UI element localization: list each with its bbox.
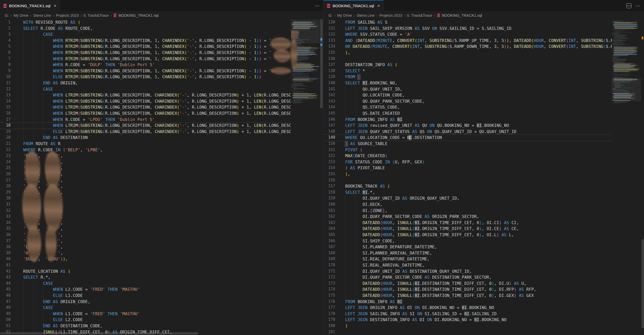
code-line[interactable]: 13 WHEN LTRIM(SUBSTRING(R.LONG_DESCRIPTI… [0, 92, 291, 98]
code-line[interactable]: 39'H ', ' ', [0, 250, 291, 256]
code-line[interactable]: 12 CASE [0, 86, 291, 92]
code-line[interactable]: 163 DATEADD(HOUR, ISNULL(BI.ORIGIN_TIME_… [324, 220, 612, 226]
code-line[interactable]: 160 OI.DECK, [324, 201, 612, 208]
code-line[interactable]: 6 WHEN RTRIM(SUBSTRING(R.LONG_DESCRIPTIO… [0, 50, 291, 56]
code-line[interactable]: 134OR DATEADD(MINUTE, CONVERT(INT, SUBST… [324, 43, 612, 50]
code-line[interactable]: 26'C ', ' ', [0, 171, 291, 177]
code-line[interactable]: 43SELECT R.*, [0, 274, 291, 280]
code-line[interactable]: 51 END AS DESTINATION_CODE, [0, 323, 291, 329]
close-icon[interactable]: × [54, 4, 56, 8]
code-editor[interactable]: 130FROM SAILING AS S131LEFT JOIN SAIL_SH… [324, 19, 612, 335]
minimap-slider[interactable] [612, 78, 641, 101]
code-editor[interactable]: 1WITH REVISED_ROUTE AS (2SELECT R.CODE A… [0, 19, 291, 335]
code-line[interactable]: 37' Y', ' ', [0, 238, 291, 244]
code-line[interactable]: 175 DATEADD(HOUR, ISNULL(BI.DESTINATION_… [324, 293, 612, 299]
code-line[interactable]: 165 DATEADD(HOUR, ISNULL(BI.ORIGIN_TIME_… [324, 232, 612, 238]
vertical-scrollbar[interactable] [320, 0, 323, 335]
code-line[interactable]: 1WITH REVISED_ROUTE AS ( [0, 19, 291, 25]
code-line[interactable]: 27' ', ' ', [0, 177, 291, 183]
code-line[interactable]: 174 DATEADD(HOUR, ISNULL(BI.DESTINATION_… [324, 286, 612, 293]
code-line[interactable]: 21FROM ROUTE AS R [0, 141, 291, 147]
code-line[interactable]: 23'BEHX', 'HXBE', [0, 153, 291, 159]
code-line[interactable]: 176FROM BOOKING_INFO AS BI [324, 299, 612, 305]
code-line[interactable]: 3 CASE [0, 31, 291, 38]
code-line[interactable]: 140SELECT BI.BOOKING_NO, [324, 80, 612, 86]
breadcrumb-item[interactable]: My Drive [337, 13, 352, 17]
code-line[interactable]: 142 QU.LOCATION_CODE, [324, 92, 612, 98]
breadcrumb-item[interactable]: Stena Line [33, 13, 51, 17]
code-line[interactable]: 9 WHEN RTRIM(SUBSTRING(R.LONG_DESCRIPTIO… [0, 68, 291, 74]
code-line[interactable]: 35' G', ' ', [0, 226, 291, 232]
code-line[interactable]: 2SELECT R.CODE AS ROUTE_CODE, [0, 25, 291, 32]
code-line[interactable]: 135), [324, 50, 612, 56]
code-line[interactable]: 170 SI.REAL_ARRIVAL_DATETIME, [324, 262, 612, 268]
code-line[interactable]: 34' O', ' ', [0, 220, 291, 226]
code-line[interactable]: 14 WHEN LTRIM(SUBSTRING(R.LONG_DESCRIPTI… [0, 98, 291, 104]
minimap-slider[interactable] [291, 20, 320, 43]
code-line[interactable]: 36' A', ' ', [0, 232, 291, 238]
code-line[interactable]: 48 CASE [0, 305, 291, 311]
code-line[interactable]: 32' ', 'R ', [0, 208, 291, 214]
code-line[interactable]: 144 QS.STATUS_CODE, [324, 104, 612, 110]
code-line[interactable]: 42ROUTE_LOCATION AS ( [0, 268, 291, 275]
code-line[interactable]: 47 END AS ORIGIN_CODE, [0, 299, 291, 305]
code-line[interactable]: 31' ', ' ', [0, 201, 291, 208]
code-line[interactable]: 143 QU.QUAY_PARK_SECTOR_CODE, [324, 98, 612, 104]
code-line[interactable]: 7 WHEN RTRIM(SUBSTRING(R.LONG_DESCRIPTIO… [0, 56, 291, 62]
scrollbar-thumb[interactable] [320, 19, 323, 108]
code-line[interactable]: 145 QS.DATE_CREATED [324, 110, 612, 117]
code-line[interactable]: 10 ELSE RTRIM(SUBSTRING(R.LONG_DESCRIPTI… [0, 74, 291, 80]
breadcrumb-item[interactable]: G: [328, 13, 332, 17]
breadcrumb-item[interactable]: Projects 2023 [56, 13, 79, 17]
minimap[interactable] [291, 0, 320, 335]
code-line[interactable]: 28' ', ' ', [0, 183, 291, 189]
code-line[interactable]: 30' ', ' ', [0, 195, 291, 201]
code-line[interactable]: 149WHERE QU.LOCATION_CODE = BI.DESTINATI… [324, 135, 612, 141]
code-line[interactable]: 18 WHEN LTRIM(SUBSTRING(R.LONG_DESCRIPTI… [0, 122, 291, 129]
code-line[interactable]: 29' ', ' ', [0, 189, 291, 196]
code-line[interactable]: 20 END AS DESTINATION [0, 135, 291, 141]
code-line[interactable]: 158SELECT BI.*, [324, 189, 612, 196]
code-line[interactable]: 154) AS PIVOT_TABLE [324, 165, 612, 171]
code-line[interactable]: 162 OI.QUAY_PARK_SECTOR_CODE AS ORIGIN_P… [324, 214, 612, 220]
code-line[interactable]: 179LEFT JOIN DESTINATION_INFO AS DI ON D… [324, 317, 612, 323]
code-line[interactable]: 5 WHEN RTRIM(SUBSTRING(R.LONG_DESCRIPTIO… [0, 43, 291, 50]
code-line[interactable]: 25'HXOU', 'OUHO', [0, 165, 291, 171]
code-line[interactable]: 156 [324, 177, 612, 183]
code-line[interactable]: 50 ELSE L2.CODE [0, 317, 291, 323]
code-line[interactable]: 8 WHEN R.CODE = 'DULP' THEN 'Dublin Port… [0, 62, 291, 68]
code-line[interactable]: 38'L R', ' ', [0, 244, 291, 250]
code-line[interactable]: 159 OI.QUAY_UNIT_ID AS ORIGIN_QUAY_UNIT_… [324, 195, 612, 201]
code-line[interactable]: 49 WHEN L1.CODE = 'FRED' THEN 'MASTHU' [0, 311, 291, 317]
code-line[interactable]: 153FOR STATUS_CODE IN (U, RFP, GEX) [324, 159, 612, 165]
code-line[interactable]: 155), [324, 171, 612, 177]
breadcrumb-item[interactable]: Projects 2023 [379, 13, 402, 17]
code-line[interactable]: 33' A', ' ', [0, 214, 291, 220]
breadcrumb-file[interactable]: BOOKING_TRACK1.sql [118, 13, 159, 17]
code-line[interactable]: 22WHERE R.CODE IN ('BELP', 'LPBE', [0, 147, 291, 153]
code-line[interactable]: 173 DATEADD(HOUR, ISNULL(BI.DESTINATION_… [324, 280, 612, 287]
code-line[interactable]: 168 SI.PLANNED_ARRIVAL_DATETIME, [324, 250, 612, 256]
code-line[interactable]: 46 ELSE L1.CODE [0, 293, 291, 299]
breadcrumb-item[interactable]: Stena Line [357, 13, 375, 17]
code-line[interactable]: 19 ELSE LTRIM(SUBSTRING(R.LONG_DESCRIPTI… [0, 129, 291, 135]
code-line[interactable]: 44 CASE [0, 280, 291, 287]
code-line[interactable]: 16 WHEN LTRIM(SUBSTRING(R.LONG_DESCRIPTI… [0, 110, 291, 117]
code-line[interactable]: 148LEFT JOIN QUAY_UNIT_STATUS AS QS ON Q… [324, 129, 612, 135]
code-line[interactable]: 4 WHEN RTRIM(SUBSTRING(R.LONG_DESCRIPTIO… [0, 38, 291, 44]
code-line[interactable]: 181 [324, 329, 612, 335]
breadcrumb-item[interactable]: G: [5, 13, 9, 17]
code-line[interactable]: 169 SI.REAL_DEPARTURE_DATETIME, [324, 256, 612, 262]
code-line[interactable]: 138SELECT * [324, 68, 612, 74]
code-line[interactable]: 150) AS SOURCE_TABLE [324, 141, 612, 147]
tab-booking-track1-right[interactable]: BOOKING_TRACK1.sql × [324, 0, 384, 12]
minimap[interactable] [612, 0, 641, 335]
code-line[interactable]: 161 OI.[ZONE], [324, 208, 612, 214]
horizontal-scrollbar[interactable] [0, 332, 198, 334]
breadcrumb-file[interactable]: BOOKING_TRACK1.sql [442, 13, 482, 17]
code-line[interactable]: 166 SI.SHIP_CODE, [324, 238, 612, 244]
code-line[interactable]: 164 DATEADD(HOUR, ISNULL(BI.ORIGIN_TIME_… [324, 226, 612, 232]
code-line[interactable]: 41 [0, 262, 291, 268]
code-line[interactable]: 152MAX(DATE_CREATED) [324, 153, 612, 159]
code-line[interactable]: 180) [324, 323, 612, 329]
